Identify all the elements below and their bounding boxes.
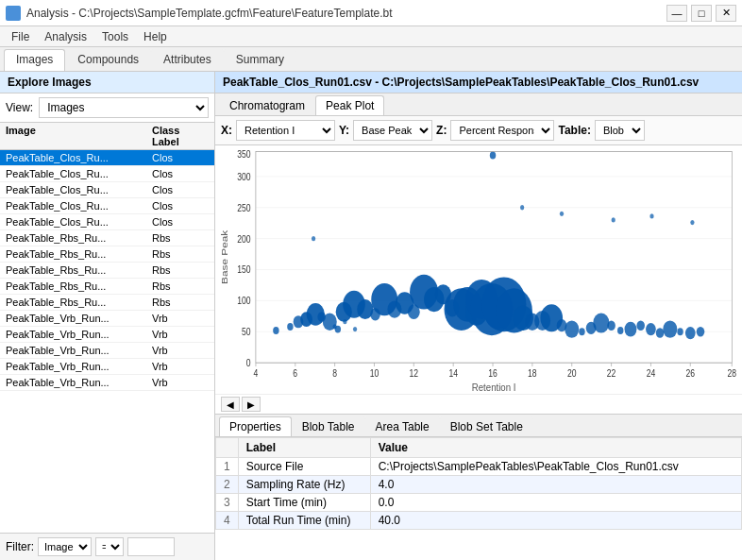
image-list-header: Image Class Label xyxy=(0,123,214,150)
image-name: PeakTable_Clos_Ru... xyxy=(6,200,152,212)
view-select[interactable]: Images xyxy=(39,97,209,118)
col-label-header: Label xyxy=(238,438,370,458)
image-class: Vrb xyxy=(152,345,209,356)
filter-op-select[interactable]: = xyxy=(95,537,124,556)
filter-value-input[interactable] xyxy=(127,537,175,556)
property-row: 3Start Time (min)0.0 xyxy=(216,494,742,512)
svg-text:300: 300 xyxy=(237,171,250,182)
svg-point-98 xyxy=(612,217,616,222)
tab-area-table[interactable]: Area Table xyxy=(365,416,440,436)
menu-tools[interactable]: Tools xyxy=(94,28,136,44)
tab-attributes[interactable]: Attributes xyxy=(151,49,224,71)
svg-point-48 xyxy=(287,323,293,331)
svg-point-82 xyxy=(579,328,584,335)
nav-right-button[interactable]: ▶ xyxy=(242,397,261,412)
image-row[interactable]: PeakTable_Vrb_Run...Vrb xyxy=(0,343,214,359)
tab-compounds[interactable]: Compounds xyxy=(65,49,151,71)
image-row[interactable]: PeakTable_Vrb_Run...Vrb xyxy=(0,375,214,391)
tab-blob-set-table[interactable]: Blob Set Table xyxy=(440,416,533,436)
svg-text:12: 12 xyxy=(410,367,419,379)
svg-point-91 xyxy=(663,320,677,337)
image-row[interactable]: PeakTable_Rbs_Ru...Rbs xyxy=(0,230,214,246)
image-class: Clos xyxy=(152,200,209,212)
filter-field-select[interactable]: Image xyxy=(38,537,92,556)
image-row[interactable]: PeakTable_Clos_Ru...Clos xyxy=(0,214,214,230)
minimize-button[interactable]: — xyxy=(666,5,687,22)
svg-point-54 xyxy=(335,326,341,333)
image-name: PeakTable_Vrb_Run... xyxy=(6,313,152,324)
menu-help[interactable]: Help xyxy=(136,28,175,44)
col-class-header: Class Label xyxy=(152,125,209,147)
svg-text:14: 14 xyxy=(448,367,458,379)
image-row[interactable]: PeakTable_Rbs_Ru...Rbs xyxy=(0,263,214,279)
image-class: Vrb xyxy=(152,361,209,372)
x-axis-select[interactable]: Retention I Retention Time xyxy=(236,120,335,141)
image-row[interactable]: PeakTable_Rbs_Ru...Rbs xyxy=(0,246,214,263)
menu-file[interactable]: File xyxy=(4,28,37,44)
z-axis-select[interactable]: Percent Response xyxy=(450,120,554,141)
image-row[interactable]: PeakTable_Vrb_Run...Vrb xyxy=(0,327,214,343)
image-name: PeakTable_Vrb_Run... xyxy=(6,361,152,372)
z-axis-label: Z: xyxy=(436,124,447,137)
prop-value: 0.0 xyxy=(370,494,741,512)
tab-chromatogram[interactable]: Chromatogram xyxy=(219,95,315,115)
svg-text:350: 350 xyxy=(237,148,250,160)
image-row[interactable]: PeakTable_Vrb_Run...Vrb xyxy=(0,311,214,327)
prop-value: 4.0 xyxy=(370,476,741,494)
svg-text:24: 24 xyxy=(647,367,656,379)
bottom-content: Label Value 1Source FileC:\Projects\Samp… xyxy=(215,437,742,560)
image-row[interactable]: PeakTable_Rbs_Ru...Rbs xyxy=(0,295,214,311)
image-row[interactable]: PeakTable_Rbs_Ru...Rbs xyxy=(0,279,214,295)
image-row[interactable]: PeakTable_Clos_Ru...Clos xyxy=(0,182,214,198)
svg-point-47 xyxy=(273,327,278,334)
table-select[interactable]: Blob xyxy=(595,120,645,141)
y-axis-select[interactable]: Base Peak xyxy=(353,120,432,141)
image-class: Rbs xyxy=(152,280,209,292)
maximize-button[interactable]: □ xyxy=(691,5,712,22)
svg-text:8: 8 xyxy=(332,367,337,379)
image-list: PeakTable_Clos_Ru...ClosPeakTable_Clos_R… xyxy=(0,150,214,533)
bottom-tabs: Properties Blob Table Area Table Blob Se… xyxy=(215,415,742,437)
prop-label: Total Run Time (min) xyxy=(238,512,370,530)
svg-point-94 xyxy=(697,327,705,337)
svg-text:26: 26 xyxy=(686,367,696,379)
image-name: PeakTable_Clos_Ru... xyxy=(6,152,152,163)
svg-point-87 xyxy=(625,322,637,337)
main-area: Explore Images View: Images Image Class … xyxy=(0,72,742,560)
image-class: Clos xyxy=(152,184,209,195)
title-bar-controls: — □ ✕ xyxy=(666,5,736,22)
image-name: PeakTable_Rbs_Ru... xyxy=(6,232,152,244)
nav-left-button[interactable]: ◀ xyxy=(221,397,240,412)
image-row[interactable]: PeakTable_Clos_Ru...Clos xyxy=(0,166,214,182)
svg-text:18: 18 xyxy=(528,367,537,379)
title-bar: Analysis - C:\Projects\SampleTemplate.gc… xyxy=(0,0,742,26)
tab-blob-table[interactable]: Blob Table xyxy=(292,416,365,436)
image-row[interactable]: PeakTable_Vrb_Run...Vrb xyxy=(0,359,214,375)
image-name: PeakTable_Clos_Ru... xyxy=(6,216,152,228)
close-button[interactable]: ✕ xyxy=(716,5,736,22)
menu-analysis[interactable]: Analysis xyxy=(37,28,94,44)
chart-svg: 0 50 100 150 200 250 300 350 4 xyxy=(215,145,742,394)
property-row: 1Source FileC:\Projects\SamplePeakTables… xyxy=(216,458,742,476)
tab-properties[interactable]: Properties xyxy=(219,416,292,436)
explore-header: Explore Images xyxy=(0,72,214,93)
svg-text:16: 16 xyxy=(488,367,497,379)
chart-nav: ◀ ▶ xyxy=(215,394,742,415)
image-row[interactable]: PeakTable_Clos_Ru...Clos xyxy=(0,150,214,166)
image-name: PeakTable_Vrb_Run... xyxy=(6,377,152,388)
view-row: View: Images xyxy=(0,93,214,123)
tab-peak-plot[interactable]: Peak Plot xyxy=(315,95,384,115)
image-row[interactable]: PeakTable_Clos_Ru...Clos xyxy=(0,198,214,214)
svg-point-99 xyxy=(649,213,653,218)
svg-point-53 xyxy=(323,314,337,331)
x-axis-label: X: xyxy=(221,124,232,137)
svg-point-100 xyxy=(690,220,694,225)
tab-summary[interactable]: Summary xyxy=(224,49,296,71)
app-icon xyxy=(6,6,21,21)
tab-images[interactable]: Images xyxy=(4,49,65,71)
chart-area: 0 50 100 150 200 250 300 350 4 xyxy=(215,145,742,394)
svg-text:150: 150 xyxy=(237,264,250,276)
svg-text:Retention I: Retention I xyxy=(472,381,516,393)
image-class: Clos xyxy=(152,216,209,228)
svg-point-86 xyxy=(617,327,623,334)
